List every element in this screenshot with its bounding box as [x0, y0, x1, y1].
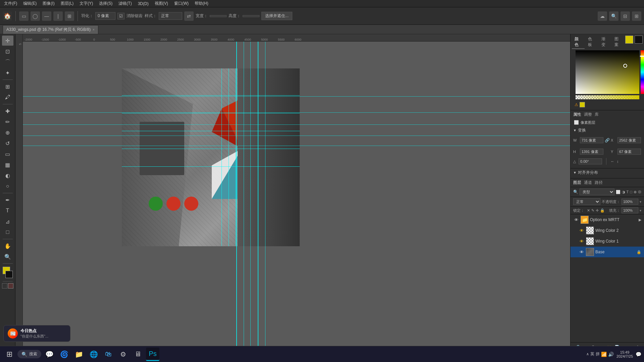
background-color-swatch[interactable]: [5, 271, 13, 278]
height-input[interactable]: [243, 15, 259, 17]
notification-popup[interactable]: 📰 今日热点 "你是什么东西"...: [3, 325, 70, 342]
blend-mode-select[interactable]: 正常: [573, 198, 600, 205]
start-button[interactable]: ⊞: [3, 348, 16, 361]
style-select[interactable]: 正常: [159, 12, 182, 20]
taskbar-search[interactable]: 🔍 搜索: [17, 350, 41, 358]
layer-expand-option-ex[interactable]: ▶: [639, 218, 641, 222]
marquee-ellipse-tool[interactable]: ◯: [31, 11, 40, 21]
menu-file[interactable]: 文件(F): [1, 1, 20, 6]
move-tool[interactable]: ✛: [2, 36, 13, 46]
pixel-layer-icon[interactable]: ⬜: [573, 119, 579, 125]
w-input[interactable]: [580, 137, 603, 143]
layer-visibility-wing-color-2[interactable]: 👁: [579, 227, 585, 234]
tab-channels[interactable]: 通道: [584, 180, 592, 186]
home-icon[interactable]: 🏠: [3, 11, 12, 21]
antialias-checkbox[interactable]: ☑: [117, 13, 125, 19]
zoom-tool[interactable]: 🔍: [2, 252, 13, 262]
tab-swatches[interactable]: 色板: [585, 36, 598, 49]
y-input[interactable]: [617, 149, 641, 155]
layer-visibility-wing-color-1[interactable]: 👁: [579, 238, 585, 244]
arrange-icon[interactable]: ⊞: [632, 11, 641, 21]
h-input[interactable]: [580, 149, 603, 155]
text-tool[interactable]: T: [2, 206, 13, 216]
tray-chevron-icon[interactable]: ∧: [586, 352, 589, 356]
menu-3d[interactable]: 3D(D): [135, 1, 151, 6]
taskbar-time[interactable]: 15:49 2024/7/25: [616, 350, 633, 358]
exchange-icon[interactable]: ⇄: [184, 11, 194, 21]
layer-item-wing-color-2[interactable]: 👁 Wing Color 2: [571, 225, 644, 236]
hand-tool[interactable]: ✋: [2, 241, 13, 251]
web-safe-swatch[interactable]: [580, 102, 585, 107]
menu-window[interactable]: 窗口(W): [171, 1, 191, 6]
stamp-tool[interactable]: ⊕: [2, 127, 13, 138]
blur-tool[interactable]: ◐: [2, 170, 13, 180]
lock-artboard-icon[interactable]: ✛: [596, 208, 599, 213]
x-input[interactable]: [617, 137, 641, 143]
tab-adjustments[interactable]: 调整: [584, 112, 592, 117]
width-input[interactable]: [210, 15, 227, 17]
taskbar-icon-settings[interactable]: ⚙: [116, 348, 130, 361]
menu-view[interactable]: 视图(V): [152, 1, 171, 6]
lock-position-icon[interactable]: ✎: [591, 208, 594, 213]
cloud-icon[interactable]: ☁: [598, 11, 607, 21]
active-tab[interactable]: A330_wings.psd @ 16.7% (Ref 拷贝 6, RGB/8)…: [3, 25, 98, 34]
dodge-tool[interactable]: ○: [2, 181, 13, 191]
canvas-content[interactable]: [23, 42, 570, 352]
workspace-icon[interactable]: ⊟: [621, 11, 630, 21]
opacity-input[interactable]: [622, 199, 638, 205]
taskbar-icon-monitor[interactable]: 🖥: [131, 348, 145, 361]
tab-layers[interactable]: 图层: [573, 180, 581, 186]
feather-input[interactable]: 0 像素: [95, 12, 115, 20]
flip-h-icon[interactable]: ↔: [610, 159, 614, 163]
tab-paths[interactable]: 路径: [595, 180, 603, 186]
alpha-strip[interactable]: [576, 95, 639, 99]
magic-wand-tool[interactable]: ✦: [2, 68, 13, 78]
tab-close-button[interactable]: ×: [93, 28, 95, 32]
quick-mask-off[interactable]: [2, 283, 7, 289]
marquee-rect-tool[interactable]: ▭: [19, 11, 29, 21]
color-spectrum[interactable]: [576, 50, 639, 94]
taskbar-icon-store[interactable]: 🛍: [102, 348, 115, 361]
color-picker-handle[interactable]: [623, 64, 627, 68]
menu-select[interactable]: 选择(S): [96, 1, 115, 6]
lock-all-icon[interactable]: 🔒: [600, 208, 605, 213]
layer-item-base[interactable]: 👁 Base 🔒: [571, 247, 644, 257]
tab-libraries[interactable]: 库: [595, 112, 599, 117]
opacity-arrow-icon[interactable]: ▾: [640, 200, 641, 204]
align-toggle[interactable]: ▼: [573, 171, 577, 174]
fill-input[interactable]: [622, 207, 638, 213]
fill-arrow-icon[interactable]: ▾: [640, 209, 641, 212]
menu-edit[interactable]: 编辑(E): [20, 1, 39, 6]
tab-patterns[interactable]: 图案: [612, 36, 625, 49]
shape-tool[interactable]: □: [2, 227, 13, 237]
layers-type-select[interactable]: 类型: [580, 189, 614, 195]
path-tool[interactable]: ⊿: [2, 216, 13, 226]
pen-tool[interactable]: ✒: [2, 195, 13, 205]
filter-adj-icon[interactable]: ◑: [622, 190, 625, 194]
taskbar-icon-photoshop[interactable]: Ps: [146, 348, 159, 361]
filter-text-icon[interactable]: T: [627, 190, 629, 194]
layer-item-wing-color-1[interactable]: 👁 Wing Color 1: [571, 236, 644, 247]
tool-options[interactable]: ⊞: [65, 11, 74, 21]
menu-help[interactable]: 帮助(H): [192, 1, 211, 6]
notification-icon[interactable]: 💬: [636, 352, 641, 357]
quick-mask-on[interactable]: [8, 283, 13, 289]
lasso-tool[interactable]: ⌒: [2, 57, 13, 67]
crop-tool[interactable]: ⊞: [2, 82, 13, 92]
taskbar-icon-files[interactable]: 📁: [72, 348, 86, 361]
tab-gradients[interactable]: 渐变: [599, 36, 611, 49]
gradient-tool[interactable]: ▦: [2, 160, 13, 170]
healing-tool[interactable]: ✚: [2, 106, 13, 116]
layer-visibility-option-ex[interactable]: 👁: [573, 217, 579, 223]
tab-properties[interactable]: 属性: [573, 112, 581, 117]
taskbar-icon-edge[interactable]: 🌀: [57, 348, 71, 361]
selection-tool[interactable]: ⊡: [2, 46, 13, 56]
menu-type[interactable]: 文字(Y): [77, 1, 96, 6]
eyedropper-tool[interactable]: 🖍: [2, 92, 13, 102]
filter-pixel-icon[interactable]: ⬜: [616, 190, 621, 194]
lock-pixels-icon[interactable]: ✕: [587, 208, 590, 213]
brush-tool[interactable]: ✏: [2, 117, 13, 127]
taskbar-icon-ie[interactable]: 🌐: [87, 348, 100, 361]
eraser-tool[interactable]: ▭: [2, 149, 13, 159]
select-subject-button[interactable]: 选择并遮住...: [261, 12, 292, 20]
